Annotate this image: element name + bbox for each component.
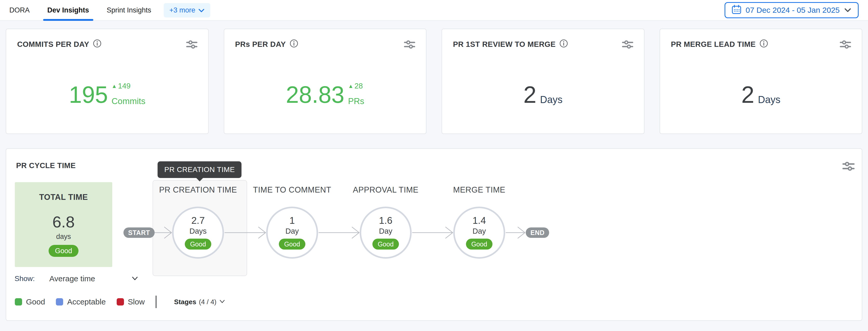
- metric-delta: ▲ 28: [348, 82, 363, 90]
- metric-delta-value: 149: [118, 82, 130, 90]
- legend-label: Slow: [128, 298, 145, 306]
- card-title: COMMITS PER DAY: [17, 39, 102, 50]
- flow-start-marker: START: [123, 227, 155, 238]
- up-arrow-icon: ▲: [348, 83, 353, 89]
- stage-unit: Day: [285, 227, 299, 236]
- info-icon[interactable]: [289, 39, 298, 50]
- legend-item-acceptable: Acceptable: [56, 298, 105, 306]
- card-header: PR MERGE LEAD TIME: [660, 29, 862, 50]
- panel-title: PR CYCLE TIME: [16, 161, 75, 170]
- stages-filter-dropdown[interactable]: Stages (4 / 4): [174, 298, 225, 306]
- card-title: PRs PER DAY: [235, 39, 298, 50]
- metric-side: Days: [540, 82, 563, 106]
- tab-sprint-insights-label: Sprint Insights: [107, 6, 151, 14]
- metric-unit: Commits: [112, 96, 145, 106]
- card-header: COMMITS PER DAY: [6, 29, 208, 50]
- total-time-label: TOTAL TIME: [39, 193, 88, 202]
- info-icon[interactable]: [760, 39, 768, 50]
- metric-value: 2 Days: [660, 81, 862, 106]
- stage-circle-time-to-comment[interactable]: 1 Day Good: [266, 206, 318, 259]
- card-header: PR 1ST REVIEW TO MERGE: [442, 29, 644, 50]
- legend-item-good: Good: [15, 298, 45, 306]
- tab-dev-insights-label: Dev Insights: [47, 6, 89, 14]
- show-dropdown[interactable]: Average time: [50, 274, 138, 283]
- metric-unit: Days: [758, 94, 780, 106]
- card-title-label: COMMITS PER DAY: [17, 40, 89, 49]
- date-range-picker[interactable]: 07 Dec 2024 - 05 Jan 2025: [724, 2, 859, 18]
- legend-row: Good Acceptable Slow Stages (4 / 4): [15, 297, 225, 307]
- stages-filter-label: Stages: [174, 298, 196, 306]
- status-badge: Good: [49, 245, 78, 257]
- card-title-label: PR 1ST REVIEW TO MERGE: [453, 40, 556, 49]
- tab-dev-insights[interactable]: Dev Insights: [38, 0, 98, 20]
- stages-filter-count: (4 / 4): [199, 298, 216, 306]
- card-title: PR MERGE LEAD TIME: [671, 39, 768, 50]
- metric-number: 2: [741, 84, 754, 106]
- chevron-down-icon: [198, 6, 205, 14]
- metric-card-pr-merge-lead-time: PR MERGE LEAD TIME 2 Days: [659, 29, 863, 134]
- filter-sliders-icon[interactable]: [622, 39, 633, 50]
- filter-sliders-icon[interactable]: [186, 39, 198, 50]
- card-title: PR 1ST REVIEW TO MERGE: [453, 39, 568, 50]
- stage-title-time-to-comment: TIME TO COMMENT: [253, 185, 331, 195]
- info-icon[interactable]: [559, 39, 568, 50]
- metric-side: Days: [758, 82, 780, 106]
- stage-unit: Day: [472, 227, 486, 236]
- tooltip-caret: [196, 178, 203, 182]
- metric-value: 28.83 ▲ 28 PRs: [224, 81, 426, 106]
- show-dropdown-value: Average time: [50, 274, 95, 283]
- metric-number: 28.83: [286, 84, 344, 106]
- pr-cycle-time-panel: PR CYCLE TIME TOTAL TIME 6.8 days Good S…: [6, 148, 862, 321]
- legend-label: Acceptable: [67, 298, 105, 306]
- card-title-label: PRs PER DAY: [235, 40, 286, 49]
- chevron-down-icon: [95, 276, 138, 281]
- stage-value: 1.6: [379, 216, 392, 225]
- stage-title-pr-creation-time: PR CREATION TIME: [159, 185, 237, 195]
- card-header: PRs PER DAY: [224, 29, 426, 50]
- calendar-icon: [732, 4, 741, 16]
- total-time-box: TOTAL TIME 6.8 days Good: [15, 182, 112, 267]
- metric-card-prs-per-day: PRs PER DAY 28.83 ▲ 28 PRs: [224, 29, 427, 134]
- show-label: Show:: [14, 275, 35, 283]
- metric-card-pr-first-review-to-merge: PR 1ST REVIEW TO MERGE 2 Days: [441, 29, 645, 134]
- metric-side: ▲ 28 PRs: [348, 82, 364, 106]
- more-tabs-label: +3 more: [169, 6, 195, 14]
- metric-delta: ▲ 149: [112, 82, 130, 90]
- legend-label: Good: [26, 298, 45, 306]
- slow-swatch-icon: [117, 298, 124, 305]
- stage-circle-approval-time[interactable]: 1.6 Day Good: [360, 206, 412, 259]
- stage-circle-merge-time[interactable]: 1.4 Day Good: [453, 206, 505, 259]
- info-icon[interactable]: [93, 39, 102, 50]
- status-badge: Good: [279, 239, 305, 250]
- good-swatch-icon: [15, 298, 22, 305]
- metric-cards-row: COMMITS PER DAY 195 ▲ 149 Commits: [6, 29, 862, 134]
- metric-number: 2: [523, 84, 536, 106]
- filter-sliders-icon[interactable]: [404, 39, 415, 50]
- metric-unit: Days: [540, 94, 563, 106]
- chevron-down-icon: [219, 300, 225, 304]
- tab-sprint-insights[interactable]: Sprint Insights: [98, 0, 160, 20]
- dashboard-tabs: DORA Dev Insights Sprint Insights +3 mor…: [9, 0, 210, 20]
- total-time-unit: days: [56, 232, 71, 241]
- status-badge: Good: [372, 239, 399, 250]
- filter-sliders-icon[interactable]: [842, 160, 855, 172]
- stage-circle-pr-creation-time[interactable]: 2.7 Days Good: [172, 206, 224, 259]
- metric-side: ▲ 149 Commits: [112, 82, 145, 106]
- stage-tooltip: PR CREATION TIME: [157, 161, 241, 178]
- top-navigation-bar: DORA Dev Insights Sprint Insights +3 mor…: [0, 0, 868, 21]
- metric-card-commits-per-day: COMMITS PER DAY 195 ▲ 149 Commits: [6, 29, 209, 134]
- stage-title-approval-time: APPROVAL TIME: [353, 185, 418, 195]
- legend-divider: [156, 296, 156, 308]
- stage-value: 2.7: [191, 216, 205, 225]
- card-title-label: PR MERGE LEAD TIME: [671, 40, 756, 49]
- total-time-value: 6.8: [52, 214, 74, 230]
- metric-number: 195: [69, 84, 108, 106]
- filter-sliders-icon[interactable]: [839, 39, 851, 50]
- metric-delta-value: 28: [354, 82, 363, 90]
- status-badge: Good: [466, 239, 492, 250]
- up-arrow-icon: ▲: [112, 83, 117, 89]
- stage-unit: Day: [379, 227, 393, 236]
- tab-dora[interactable]: DORA: [9, 0, 38, 20]
- more-tabs-button[interactable]: +3 more: [164, 3, 211, 18]
- flow-end-marker: END: [526, 227, 549, 238]
